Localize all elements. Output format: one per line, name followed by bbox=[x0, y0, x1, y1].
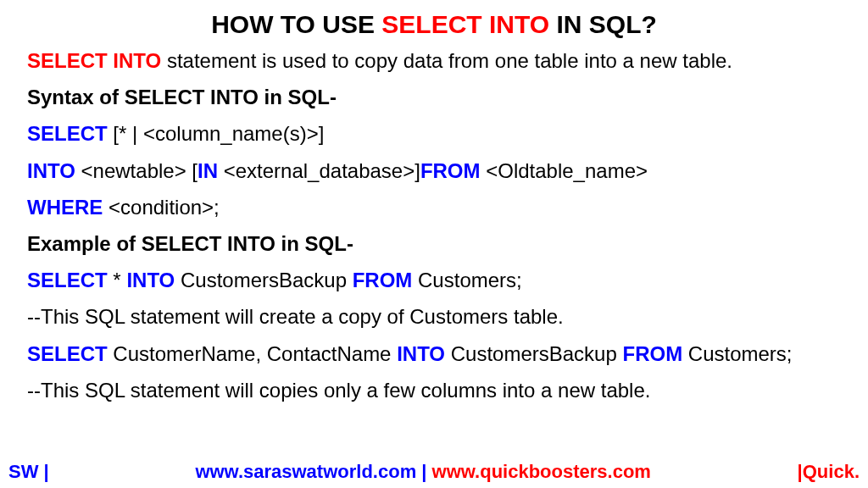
example-2-comment: --This SQL statement will copies only a … bbox=[27, 377, 841, 403]
intro-line: SELECT INTO statement is used to copy da… bbox=[27, 47, 841, 74]
kw-in: IN bbox=[198, 159, 218, 182]
ex2-into: INTO bbox=[397, 342, 445, 365]
kw-into: INTO bbox=[27, 159, 75, 182]
example-2: SELECT CustomerName, ContactName INTO Cu… bbox=[27, 341, 841, 367]
syntax-line-1: SELECT [* | <column_name(s)>] bbox=[27, 120, 841, 147]
title-pre: HOW TO USE bbox=[211, 10, 381, 38]
title-red: SELECT INTO bbox=[381, 10, 549, 38]
ex2-select: SELECT bbox=[27, 342, 108, 365]
ex1-from: FROM bbox=[353, 269, 413, 291]
ex2-t2: CustomersBackup bbox=[445, 342, 622, 365]
example-1: SELECT * INTO CustomersBackup FROM Custo… bbox=[27, 267, 841, 293]
title-post: IN SQL? bbox=[549, 10, 657, 38]
syntax-heading: Syntax of SELECT INTO in SQL- bbox=[27, 84, 841, 110]
footer-right: |Quick. bbox=[798, 461, 860, 483]
footer: SW | www.saraswatworld.com | www.quickbo… bbox=[0, 461, 868, 483]
syntax3-rest: <condition>; bbox=[103, 196, 219, 219]
page-title: HOW TO USE SELECT INTO IN SQL? bbox=[27, 10, 841, 39]
ex2-t3: Customers; bbox=[682, 342, 792, 365]
kw-select: SELECT bbox=[27, 122, 108, 145]
ex1-t1: * bbox=[108, 269, 127, 291]
intro-text: statement is used to copy data from one … bbox=[161, 49, 732, 72]
syntax1-rest: [* | <column_name(s)>] bbox=[108, 122, 325, 145]
intro-keyword: SELECT INTO bbox=[27, 49, 161, 72]
footer-url-1: www.saraswatworld.com | bbox=[195, 461, 431, 482]
syntax2-t1: <newtable> [ bbox=[75, 159, 198, 182]
footer-left: SW | bbox=[8, 461, 49, 483]
syntax-line-2: INTO <newtable> [IN <external_database>]… bbox=[27, 158, 841, 184]
ex1-into: INTO bbox=[126, 269, 175, 291]
syntax2-t3: <Oldtable_name> bbox=[481, 159, 648, 182]
ex1-t2: CustomersBackup bbox=[175, 269, 352, 291]
footer-center: www.saraswatworld.com | www.quickbooster… bbox=[195, 461, 651, 483]
kw-where: WHERE bbox=[27, 196, 103, 219]
example-heading: Example of SELECT INTO in SQL- bbox=[27, 230, 841, 257]
ex1-t3: Customers; bbox=[412, 269, 521, 291]
syntax2-t2: <external_database>] bbox=[218, 159, 420, 182]
kw-from: FROM bbox=[420, 159, 481, 182]
ex2-from: FROM bbox=[622, 342, 682, 365]
syntax-line-3: WHERE <condition>; bbox=[27, 194, 841, 220]
ex1-select: SELECT bbox=[27, 269, 108, 291]
footer-url-2: www.quickboosters.com bbox=[432, 461, 651, 482]
ex2-t1: CustomerName, ContactName bbox=[108, 342, 397, 365]
example-1-comment: --This SQL statement will create a copy … bbox=[27, 303, 841, 330]
